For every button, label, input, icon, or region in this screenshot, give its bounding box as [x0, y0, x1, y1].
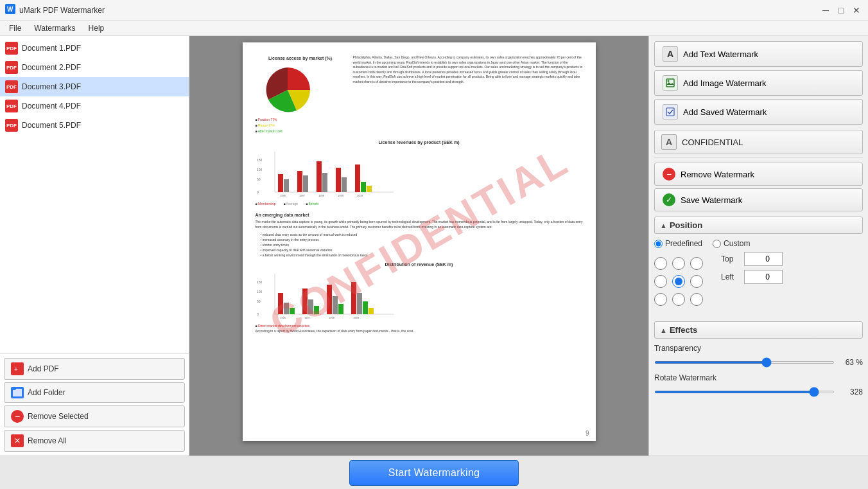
remove-watermark-button[interactable]: − Remove Watermark: [654, 163, 863, 186]
pos-grid-ml[interactable]: [654, 275, 667, 288]
watermark-item-label: CONFIDENTIAL: [682, 138, 743, 147]
transparency-slider[interactable]: [654, 361, 835, 364]
custom-radio[interactable]: [713, 240, 721, 248]
rotate-slider[interactable]: [654, 391, 835, 393]
add-saved-watermark-button[interactable]: Add Saved Watermark: [654, 99, 863, 125]
remove-watermark-icon: −: [663, 168, 675, 181]
bottom-bar: Start Watermarking: [0, 456, 868, 489]
svg-rect-42: [363, 301, 368, 314]
pdf-preview-area: CONFIDENTIAL License access by market (%…: [189, 36, 648, 456]
remove-all-icon: ✕: [11, 434, 24, 447]
file-item-5[interactable]: PDF Document 5.PDF: [0, 116, 189, 135]
remove-selected-button[interactable]: − Remove Selected: [4, 405, 185, 427]
svg-rect-14: [322, 173, 327, 192]
svg-rect-34: [302, 289, 308, 314]
pdf-content: License access by market (%): [243, 42, 596, 350]
pos-grid-tl[interactable]: [654, 257, 667, 270]
position-chevron-icon: ▲: [660, 222, 667, 229]
top-coord: Top: [721, 252, 783, 266]
svg-rect-12: [303, 175, 308, 192]
add-image-watermark-button[interactable]: Add Image Watermark: [654, 70, 863, 96]
remove-all-button[interactable]: ✕ Remove All: [4, 430, 185, 452]
save-watermark-button[interactable]: ✓ Save Watermark: [654, 188, 863, 211]
add-pdf-button[interactable]: + Add PDF: [4, 358, 185, 380]
svg-text:1999: 1999: [338, 194, 344, 197]
file-name-2: Document 2.PDF: [22, 63, 81, 72]
file-name-5: Document 5.PDF: [22, 121, 81, 130]
bar-chart-2: 0 50 100 150: [256, 271, 397, 322]
menu-file[interactable]: File: [3, 22, 28, 34]
menu-watermarks[interactable]: Watermarks: [28, 22, 82, 34]
svg-rect-48: [666, 79, 674, 87]
saved-watermark-icon: [663, 104, 678, 120]
svg-rect-33: [290, 308, 295, 314]
pos-grid-bc[interactable]: [672, 293, 685, 306]
add-pdf-icon: +: [11, 362, 24, 375]
pos-grid-tc[interactable]: [672, 257, 685, 270]
svg-text:W: W: [7, 6, 13, 13]
remove-selected-icon: −: [11, 410, 24, 423]
file-icon-5: PDF: [5, 119, 18, 132]
add-folder-button[interactable]: Add Folder: [4, 382, 185, 403]
sidebar-buttons: + Add PDF Add Folder − Remove Selected ✕…: [0, 353, 189, 456]
minimize-button[interactable]: ─: [819, 4, 832, 17]
file-name-1: Document 1.PDF: [22, 44, 81, 53]
remove-selected-label: Remove Selected: [28, 412, 89, 421]
file-item-4[interactable]: PDF Document 4.PDF: [0, 96, 189, 116]
position-content: Predefined Custom: [649, 234, 868, 319]
pdf-bullets: • reduced data entry costs as the amount…: [256, 232, 583, 258]
app-icon: W: [5, 4, 15, 17]
predefined-radio-label[interactable]: Predefined: [654, 239, 702, 248]
rotate-value: 328: [840, 387, 863, 396]
add-watermark-section: A Add Text Watermark Add Image Watermark: [649, 36, 868, 130]
coord-inputs: Top Left: [721, 252, 783, 284]
svg-rect-10: [284, 179, 289, 192]
maximize-button[interactable]: □: [835, 4, 847, 17]
effects-section-header[interactable]: ▲ Effects: [654, 321, 863, 339]
chart-title-2: License revenues by product (SEK m): [256, 139, 583, 146]
pos-grid-br[interactable]: [690, 293, 703, 306]
pdf-section-market: An emerging data market: [256, 212, 583, 218]
file-icon-4: PDF: [5, 100, 18, 112]
left-coord-input[interactable]: [744, 270, 783, 284]
app-title: uMark PDF Watermarker: [19, 6, 815, 15]
file-name-4: Document 4.PDF: [22, 102, 81, 111]
svg-rect-18: [361, 182, 366, 192]
transparency-value: 63 %: [840, 358, 863, 367]
watermark-list-item[interactable]: A CONFIDENTIAL: [654, 130, 863, 154]
close-button[interactable]: ✕: [850, 4, 863, 17]
svg-rect-31: [278, 293, 283, 314]
text-watermark-icon: A: [663, 46, 678, 62]
position-grid: [654, 257, 706, 308]
menu-help[interactable]: Help: [82, 22, 111, 34]
rotate-row: Rotate Watermark: [654, 373, 863, 382]
position-section-header[interactable]: ▲ Position: [654, 217, 863, 234]
remove-watermark-label: Remove Watermark: [681, 170, 754, 179]
custom-radio-label[interactable]: Custom: [713, 239, 750, 248]
menu-bar: File Watermarks Help: [0, 21, 868, 36]
pos-grid-tr[interactable]: [690, 257, 703, 270]
main-layout: PDF Document 1.PDF PDF Document 2.PDF PD…: [0, 36, 868, 456]
add-image-label: Add Image Watermark: [683, 78, 767, 88]
pos-grid-mc[interactable]: [672, 275, 685, 288]
svg-rect-50: [666, 108, 674, 116]
svg-rect-38: [333, 296, 338, 314]
pos-grid-bl[interactable]: [654, 293, 667, 306]
file-item-1[interactable]: PDF Document 1.PDF: [0, 39, 189, 58]
pos-grid-mr[interactable]: [690, 275, 703, 288]
pdf-text-main: Philadelphia, Atlanta, Dallas, San Diego…: [353, 55, 583, 84]
predefined-radio[interactable]: [654, 240, 663, 248]
add-folder-label: Add Folder: [28, 388, 65, 397]
svg-text:2000: 2000: [357, 194, 363, 197]
file-icon-1: PDF: [5, 42, 18, 55]
file-item-2[interactable]: PDF Document 2.PDF: [0, 58, 189, 77]
add-pdf-label: Add PDF: [28, 364, 59, 373]
svg-text:1997: 1997: [304, 316, 311, 319]
top-coord-input[interactable]: [744, 252, 783, 266]
svg-text:0: 0: [257, 190, 259, 194]
add-text-watermark-button[interactable]: A Add Text Watermark: [654, 41, 863, 67]
svg-text:1998: 1998: [318, 194, 325, 197]
file-item-3[interactable]: PDF Document 3.PDF: [0, 77, 189, 96]
page-number: 9: [586, 430, 589, 437]
start-watermarking-button[interactable]: Start Watermarking: [349, 460, 519, 486]
